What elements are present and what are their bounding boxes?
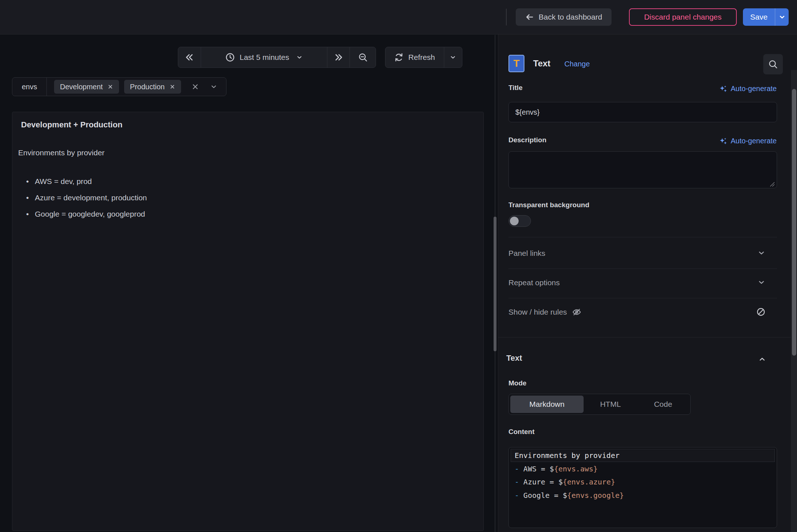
save-split-button: Save xyxy=(743,8,789,26)
code-line: - Azure = ${envs.azure} xyxy=(515,475,773,489)
double-chevron-left-icon xyxy=(185,53,194,62)
code-line: - Google = ${envs.google} xyxy=(515,489,773,502)
panel-body-heading: Environments by provider xyxy=(18,148,105,157)
chevron-down-icon xyxy=(296,54,303,61)
code-line: Environments by provider xyxy=(515,449,773,462)
variable-envs-picker: envs Development Production xyxy=(12,77,226,96)
ai-sparkles-icon xyxy=(719,137,727,145)
content-code-editor[interactable]: Environments by provider- AWS = ${envs.a… xyxy=(508,447,777,528)
change-visualization-link[interactable]: Change xyxy=(564,60,590,68)
chevron-down-icon[interactable] xyxy=(210,83,217,90)
title-input[interactable] xyxy=(508,102,777,122)
divider xyxy=(508,269,777,269)
double-chevron-right-icon xyxy=(334,53,343,62)
discard-panel-changes-button[interactable]: Discard panel changes xyxy=(629,8,737,26)
panel-options-pane: T Text Change Title Auto-generate Descri… xyxy=(498,34,797,532)
panel-bullet-list: AWS = dev, prod Azure = development, pro… xyxy=(35,173,147,222)
close-icon[interactable] xyxy=(169,84,175,90)
variable-chip-label: Production xyxy=(130,83,165,91)
refresh-controls: Refresh xyxy=(385,47,462,68)
panel-title: Development + Production xyxy=(21,120,122,130)
refresh-button[interactable]: Refresh xyxy=(385,47,444,67)
title-field-label: Title xyxy=(508,84,523,92)
variable-name-label: envs xyxy=(12,78,47,96)
variable-chip-production[interactable]: Production xyxy=(124,80,181,94)
refresh-icon xyxy=(394,53,404,62)
editor-code-lines[interactable]: Environments by provider- AWS = ${envs.a… xyxy=(515,449,773,502)
chevron-down-icon xyxy=(757,278,765,286)
transparent-background-label: Transparent background xyxy=(508,201,589,209)
dashboard-scrollbar-thumb[interactable] xyxy=(494,217,496,351)
content-label: Content xyxy=(508,428,535,436)
text-visualization-icon: T xyxy=(508,55,524,72)
options-scrollbar-thumb[interactable] xyxy=(792,89,796,356)
section-divider xyxy=(498,337,797,337)
text-panel-preview[interactable]: Development + Production Environments by… xyxy=(12,112,484,531)
mode-label: Mode xyxy=(508,379,527,387)
viz-icon-letter: T xyxy=(513,58,519,69)
transparent-background-toggle[interactable] xyxy=(508,215,531,227)
list-item: Google = googledev, googleprod xyxy=(35,206,147,222)
ai-sparkles-icon xyxy=(719,85,727,93)
back-to-dashboard-button[interactable]: Back to dashboard xyxy=(516,8,612,26)
back-to-dashboard-label: Back to dashboard xyxy=(539,13,602,21)
repeat-options-label: Repeat options xyxy=(508,278,560,287)
time-zoom-out-button[interactable] xyxy=(350,47,376,67)
top-bar: Back to dashboard Discard panel changes … xyxy=(0,0,797,34)
save-options-chevron-button[interactable] xyxy=(775,8,789,26)
autogenerate-label: Auto-generate xyxy=(731,137,777,145)
variable-chip-development[interactable]: Development xyxy=(54,80,119,94)
arrow-left-icon xyxy=(525,13,534,21)
panel-links-section[interactable]: Panel links xyxy=(498,244,797,263)
mode-option-html[interactable]: HTML xyxy=(584,396,637,413)
chevron-down-icon xyxy=(778,13,786,21)
divider xyxy=(508,298,777,298)
time-range-controls: Last 5 minutes xyxy=(178,47,376,68)
variable-values: Development Production xyxy=(47,78,226,96)
chevron-down-icon xyxy=(450,54,456,61)
code-line: - AWS = ${envs.aws} xyxy=(515,462,773,476)
save-button[interactable]: Save xyxy=(743,8,775,26)
close-icon[interactable] xyxy=(107,84,113,90)
time-shift-back-button[interactable] xyxy=(178,47,201,67)
magnifier-minus-icon xyxy=(358,53,368,62)
clock-icon xyxy=(225,53,235,62)
time-range-picker-button[interactable]: Last 5 minutes xyxy=(201,47,327,67)
show-hide-rules-label: Show / hide rules xyxy=(508,308,567,316)
eye-off-icon xyxy=(572,307,581,317)
refresh-interval-chevron-button[interactable] xyxy=(444,47,462,67)
topbar-divider xyxy=(506,9,507,25)
refresh-label: Refresh xyxy=(408,53,435,62)
divider xyxy=(508,237,777,237)
search-options-button[interactable] xyxy=(763,54,783,74)
toggle-knob xyxy=(510,217,519,225)
list-item: AWS = dev, prod xyxy=(35,173,147,189)
chevron-up-icon[interactable] xyxy=(758,355,766,363)
description-field-label: Description xyxy=(508,136,547,144)
chevron-down-icon xyxy=(757,249,765,257)
show-hide-rules-section[interactable]: Show / hide rules xyxy=(498,302,797,322)
time-range-label: Last 5 minutes xyxy=(240,53,289,62)
description-textarea[interactable] xyxy=(508,151,777,188)
search-icon xyxy=(768,60,778,69)
list-item: Azure = development, production xyxy=(35,189,147,206)
time-shift-forward-button[interactable] xyxy=(327,47,350,67)
mode-option-markdown[interactable]: Markdown xyxy=(510,396,584,413)
autogenerate-label: Auto-generate xyxy=(731,85,777,93)
repeat-options-section[interactable]: Repeat options xyxy=(498,273,797,293)
title-autogenerate-link[interactable]: Auto-generate xyxy=(719,85,777,93)
clear-all-icon[interactable] xyxy=(191,83,199,91)
visualization-type-label: Text xyxy=(533,58,551,69)
text-section-heading[interactable]: Text xyxy=(506,353,522,363)
mode-radio-group: Markdown HTML Code xyxy=(508,394,691,415)
ban-circle-icon xyxy=(756,307,766,317)
panel-links-label: Panel links xyxy=(508,249,545,258)
description-autogenerate-link[interactable]: Auto-generate xyxy=(719,137,777,145)
mode-option-code[interactable]: Code xyxy=(637,396,689,413)
variable-chip-label: Development xyxy=(60,83,103,91)
